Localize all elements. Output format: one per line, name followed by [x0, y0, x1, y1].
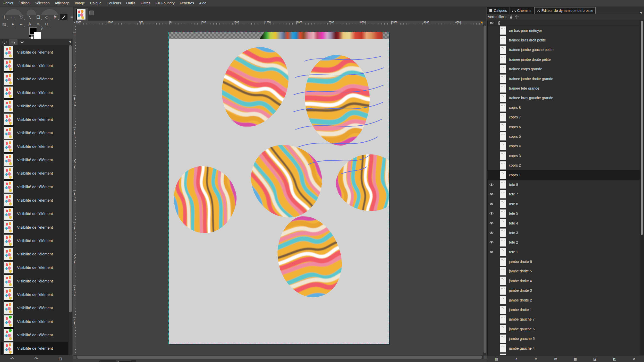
menu-item-filtres[interactable]: Filtres [138, 0, 153, 6]
tab-dynamics-editor[interactable]: Éditeur de dynamique de brosse [534, 7, 596, 14]
undo-button[interactable]: ↶ [7, 356, 17, 361]
undo-history-row[interactable]: Visibilité de l'élément [1, 261, 68, 274]
tab-undo-history[interactable] [9, 39, 18, 45]
tab-images[interactable] [18, 39, 26, 45]
layer-row-trainee-tete-grande[interactable]: trainee tete grande [488, 83, 640, 93]
layer-row-coprs-8[interactable]: coprs 8 [488, 103, 640, 112]
undo-history-row[interactable]: Visibilité de l'élément [1, 193, 68, 207]
layer-row-jambe-gauche-6[interactable]: jambe gauche 6 [488, 324, 640, 334]
undo-history-row[interactable]: Visibilité de l'élément [1, 207, 68, 220]
visibility-eye-icon[interactable] [489, 222, 494, 225]
layer-row-tete-4[interactable]: tete 4 [488, 218, 640, 228]
layer-row-coprs-6[interactable]: coprs 6 [488, 122, 640, 132]
undo-history-row[interactable]: Visibilité de l'élément [1, 274, 68, 288]
undo-history-row[interactable]: Visibilité de l'élément [1, 86, 68, 99]
menu-item-couleurs[interactable]: Couleurs [104, 0, 124, 6]
layer-row-en-bas-pour-nettoyer[interactable]: en bas pour nettoyer [488, 26, 640, 35]
undo-history-row[interactable]: Visibilité de l'élément [1, 140, 68, 153]
collapse-left-dock-icon[interactable]: ◀ [69, 40, 71, 43]
undo-history-row[interactable]: Visibilité de l'élément [1, 113, 68, 126]
layer-row-jambe-droite-3[interactable]: jambe droite 3 [488, 286, 640, 295]
tool-gradient[interactable]: ▨ [1, 21, 8, 28]
undo-history-row[interactable]: Visibilité de l'élément [1, 288, 68, 301]
lower-layer-button[interactable]: ∨ [531, 357, 541, 361]
layer-row-tete-3[interactable]: tete 3 [488, 228, 640, 237]
visibility-eye-icon[interactable] [489, 251, 494, 254]
anchor-layer-button[interactable]: ▦ [570, 357, 580, 361]
unit-dropdown[interactable]: px ▼ [99, 360, 116, 362]
visibility-eye-icon[interactable] [489, 241, 494, 244]
layer-row-trainee-bras-droit-petite[interactable]: trainee bras droit petite [488, 35, 640, 45]
tool-ink[interactable]: ✒ [18, 21, 25, 28]
layer-row-trainee-corps-grande[interactable]: trainee corps grande [488, 64, 640, 74]
tool-fuzzy-select[interactable]: ⚑ [52, 14, 59, 20]
menu-item-dition[interactable]: Édition [16, 0, 32, 6]
menu-item-calque[interactable]: Calque [87, 0, 104, 6]
canvas-vertical-scrollbar[interactable] [483, 24, 486, 355]
menu-item-fichier[interactable]: Fichier [0, 0, 16, 6]
tool-measure[interactable]: ╲ [26, 14, 33, 20]
swap-colors-icon[interactable]: ⇄ [41, 27, 44, 30]
layer-row-jambe-droite-1[interactable]: jambe droite 1 [488, 305, 640, 314]
layer-row-coprs-4[interactable]: coprs 4 [488, 141, 640, 151]
visibility-eye-icon[interactable] [489, 183, 494, 186]
menu-item-fentres[interactable]: Fenêtres [177, 0, 197, 6]
zoom-input[interactable]: 25 % [118, 361, 131, 362]
layer-row-jambe-gauche-7[interactable]: jambe gauche 7 [488, 315, 640, 324]
layer-row-jambe-droite-2[interactable]: jambe droite 2 [488, 295, 640, 305]
layer-row-jambe-gauche-5[interactable]: jambe gauche 5 [488, 334, 640, 343]
tab-calques[interactable]: Calques [487, 7, 509, 14]
new-layer-button[interactable]: ▤ [492, 357, 502, 361]
undo-history-row[interactable]: Visibilité de l'élément [1, 72, 68, 86]
menu-item-aide[interactable]: Aide [197, 0, 209, 6]
layer-row-tete-2[interactable]: tete 2 [488, 238, 640, 247]
layer-row-trainee-jambe-droite-petite[interactable]: trainee jambe droite petite [488, 55, 640, 64]
layer-row-coprs-3[interactable]: coprs 3 [488, 151, 640, 160]
redo-button[interactable]: ↷ [31, 356, 41, 361]
tool-free-select[interactable]: ➰ [18, 14, 25, 20]
visibility-eye-icon[interactable] [489, 231, 494, 234]
visibility-eye-icon[interactable] [489, 212, 494, 215]
undo-history-row[interactable]: Visibilité de l'élément [1, 180, 68, 193]
merge-down-button[interactable]: ◪ [590, 357, 600, 361]
layer-row-partial[interactable] [488, 353, 640, 355]
duplicate-layer-button[interactable]: ⧉ [550, 357, 561, 361]
menu-item-outils[interactable]: Outils [124, 0, 138, 6]
visibility-eye-icon[interactable] [489, 202, 494, 205]
layer-row-trainee-jambe-gauche-petite[interactable]: trainee jambe gauche petite [488, 45, 640, 55]
tool-smudge[interactable]: ● [9, 21, 16, 28]
undo-history-row[interactable]: Visibilité de l'élément [1, 301, 68, 315]
layer-row-tete-6[interactable]: tete 6 [488, 199, 640, 209]
layer-row-jambe-droite-6[interactable]: jambe droite 6 [488, 257, 640, 266]
layer-row-tete-1[interactable]: tete 1 [488, 247, 640, 257]
layer-row-jambe-gauche-4[interactable]: jambe gauche 4 [488, 343, 640, 353]
layer-row-tete-7[interactable]: tete 7 [488, 189, 640, 199]
horizontal-ruler[interactable]: -1500-1000-50005001000150020002500300035… [76, 21, 483, 25]
layer-row-coprs-5[interactable]: coprs 5 [488, 132, 640, 141]
undo-history-row[interactable]: Visibilité de l'élément [1, 45, 68, 59]
image-tab[interactable] [74, 8, 88, 21]
zoom-combo[interactable]: 25 % ▼ [118, 360, 136, 362]
layer-row-trainee-bras-gauche-grande[interactable]: trainee bras gauche grande [488, 93, 640, 103]
layer-row-jambe-droite-4[interactable]: jambe droite 4 [488, 276, 640, 286]
undo-history-row[interactable]: Visibilité de l'élément [1, 220, 68, 234]
tool-paintbrush[interactable] [60, 14, 67, 20]
eye-column-icon[interactable] [490, 21, 494, 24]
undo-history-row[interactable]: Visibilité de l'élément [1, 328, 68, 341]
layer-list-scrollbar[interactable] [640, 20, 644, 355]
undo-history-row[interactable]: Visibilité de l'élément [1, 59, 68, 72]
layer-row-trainee-jambe-droite-grande[interactable]: trainee jambe droite grande [488, 74, 640, 83]
undo-history-row[interactable]: Visibilité de l'élément [1, 99, 68, 113]
undo-history-row[interactable]: Visibilité de l'élément [1, 126, 68, 140]
zoom-dropdown-icon[interactable]: ▼ [131, 360, 136, 362]
undo-history-row[interactable]: Visibilité de l'élément [1, 342, 68, 355]
clear-history-button[interactable]: ⊟ [55, 356, 65, 361]
undo-history-row[interactable]: Visibilité de l'élément [1, 234, 68, 247]
undo-history-row[interactable]: Visibilité de l'élément [1, 315, 68, 328]
vertical-ruler[interactable]: 050010001500200025003000350040004500 [73, 24, 77, 355]
menu-item-slection[interactable]: Sélection [32, 0, 52, 6]
tab-chemins[interactable]: Chemins [510, 7, 533, 14]
tab-device-status[interactable] [0, 39, 9, 45]
lock-pixels-icon[interactable] [508, 15, 512, 19]
menu-item-fxfoundry[interactable]: FX-Foundry [153, 0, 177, 6]
